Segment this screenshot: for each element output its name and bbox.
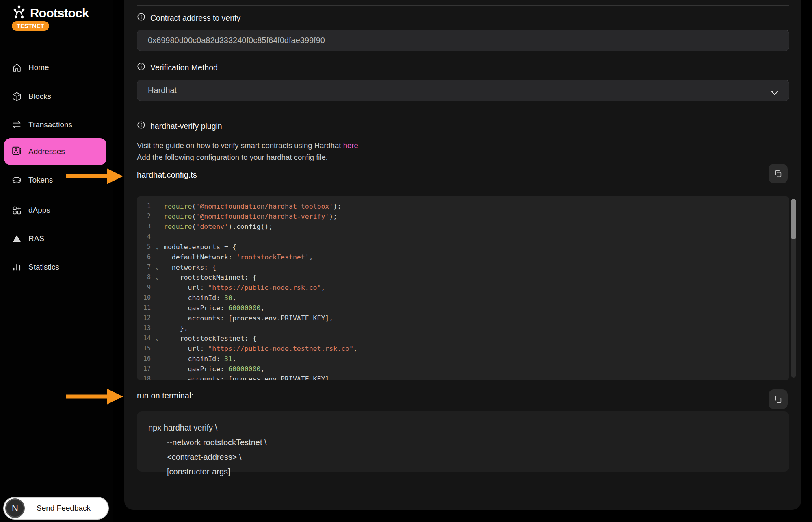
- sidebar-item-statistics[interactable]: Statistics: [11, 257, 59, 277]
- code-line: 9 url: "https://public-node.rsk.co",: [137, 283, 789, 293]
- guide-line-2: Add the following configuration to your …: [137, 152, 358, 163]
- code-text: networks: {: [164, 262, 216, 272]
- guide-line-1: Visit the guide on how to verify smart c…: [137, 140, 358, 152]
- line-number: 15: [137, 344, 151, 354]
- code-line: 1require('@nomicfoundation/hardhat-toolb…: [137, 201, 789, 211]
- sidebar-item-dapps[interactable]: dApps: [11, 200, 50, 220]
- copy-config-button[interactable]: [769, 164, 788, 183]
- terminal-command[interactable]: npx hardhat verify \--network rootstockT…: [137, 411, 789, 472]
- fold-spacer: [151, 374, 164, 380]
- fold-spacer: [151, 293, 164, 303]
- line-number: 8: [137, 272, 151, 283]
- line-number: 13: [137, 323, 151, 333]
- sidebar-item-label: Home: [28, 63, 49, 72]
- code-line: 8⌄ rootstockMainnet: {: [137, 272, 789, 283]
- terminal-line: --network rootstockTestnet \: [148, 435, 789, 450]
- annotation-arrow-terminal: [66, 388, 123, 405]
- code-text: require('@nomicfoundation/hardhat-toolbo…: [164, 201, 341, 211]
- contract-address-input[interactable]: [137, 30, 789, 51]
- fold-spacer: [151, 344, 164, 354]
- sidebar-item-label: Transactions: [28, 120, 72, 129]
- plugin-title: hardhat-verify plugin: [137, 121, 222, 131]
- code-text: accounts: [process.env.PRIVATE_KEY],: [164, 313, 333, 323]
- verification-method-label: Verification Method: [137, 62, 218, 73]
- sidebar-item-label: Statistics: [28, 263, 59, 272]
- code-text: require('dotenv').config();: [164, 222, 273, 232]
- code-line: 13 },: [137, 323, 789, 333]
- contract-address-label: Contract address to verify: [137, 13, 240, 23]
- code-text: rootstockMainnet: {: [164, 272, 256, 283]
- selected-method: Hardhat: [148, 86, 177, 95]
- addresses-icon: [11, 146, 22, 158]
- code-line: 10 chainId: 30,: [137, 293, 789, 303]
- sidebar-item-label: RAS: [28, 234, 44, 243]
- sidebar-item-home[interactable]: Home: [11, 58, 49, 77]
- code-editor[interactable]: 1require('@nomicfoundation/hardhat-toolb…: [137, 196, 789, 380]
- code-line: 17 gasPrice: 60000000,: [137, 364, 789, 374]
- rootstock-logo[interactable]: Rootstock: [11, 5, 89, 22]
- sidebar-item-ras[interactable]: RAS: [11, 229, 44, 248]
- testnet-badge: TESTNET: [12, 21, 49, 31]
- fold-spacer: [151, 211, 164, 222]
- chevron-down-icon: [771, 88, 778, 98]
- code-line: 16 chainId: 31,: [137, 354, 789, 364]
- code-text: defaultNetwork: 'rootstockTestnet',: [164, 252, 313, 262]
- code-text: gasPrice: 60000000,: [164, 364, 264, 374]
- info-icon[interactable]: [137, 13, 145, 23]
- info-icon[interactable]: [137, 121, 145, 131]
- code-line: 18 accounts: [process.env.PRIVATE_KEY],: [137, 374, 789, 380]
- code-text: require('@nomicfoundation/hardhat-verify…: [164, 211, 337, 222]
- sidebar-item-label: Addresses: [28, 147, 65, 156]
- info-icon[interactable]: [137, 62, 145, 73]
- code-scrollbar-track[interactable]: [791, 199, 796, 378]
- dapps-icon: [11, 205, 22, 215]
- line-number: 5: [137, 242, 151, 252]
- section-divider: [137, 5, 789, 6]
- code-text: chainId: 31,: [164, 354, 236, 364]
- code-text: rootstockTestnet: {: [164, 333, 256, 344]
- guide-here-link[interactable]: here: [343, 141, 358, 150]
- feedback-avatar: N: [5, 498, 25, 518]
- code-line: 11 gasPrice: 60000000,: [137, 303, 789, 313]
- code-scrollbar-thumb[interactable]: [791, 199, 796, 239]
- sidebar-item-label: Tokens: [28, 176, 53, 185]
- annotation-arrow-config: [66, 168, 123, 185]
- code-text: accounts: [process.env.PRIVATE_KEY],: [164, 374, 333, 380]
- fold-spacer: [151, 303, 164, 313]
- statistics-icon: [11, 262, 22, 272]
- copy-terminal-button[interactable]: [769, 389, 788, 409]
- line-number: 1: [137, 201, 151, 211]
- fold-chevron-icon[interactable]: ⌄: [151, 242, 164, 252]
- code-text: url: "https://public-node.rsk.co",: [164, 283, 325, 293]
- sidebar-item-tokens[interactable]: Tokens: [11, 170, 53, 190]
- code-line: 14⌄ rootstockTestnet: {: [137, 333, 789, 344]
- line-number: 9: [137, 283, 151, 293]
- code-text: chainId: 30,: [164, 293, 236, 303]
- fold-chevron-icon[interactable]: ⌄: [151, 333, 164, 344]
- sidebar-item-blocks[interactable]: Blocks: [11, 87, 51, 106]
- sidebar-item-addresses[interactable]: Addresses: [4, 138, 106, 165]
- config-filename: hardhat.config.ts: [137, 170, 197, 180]
- verify-contract-panel: Contract address to verify Verification …: [124, 0, 801, 510]
- tokens-icon: [11, 175, 22, 185]
- terminal-line: <contract-address> \: [148, 450, 789, 464]
- fold-chevron-icon[interactable]: ⌄: [151, 272, 164, 283]
- code-text: },: [164, 323, 188, 333]
- line-number: 18: [137, 374, 151, 380]
- line-number: 2: [137, 211, 151, 222]
- code-line: 3require('dotenv').config();: [137, 222, 789, 232]
- send-feedback-button[interactable]: N Send Feedback: [3, 497, 109, 520]
- sidebar-item-transactions[interactable]: Transactions: [11, 115, 72, 135]
- sidebar-item-label: Blocks: [28, 92, 51, 101]
- feedback-label: Send Feedback: [25, 504, 108, 513]
- fold-chevron-icon[interactable]: ⌄: [151, 262, 164, 272]
- brand-name: Rootstock: [30, 6, 89, 21]
- line-number: 10: [137, 293, 151, 303]
- fold-spacer: [151, 354, 164, 364]
- line-number: 11: [137, 303, 151, 313]
- sidebar-item-label: dApps: [28, 206, 50, 215]
- verification-method-select[interactable]: Hardhat: [137, 80, 789, 101]
- home-icon: [11, 63, 22, 73]
- code-line: 5⌄module.exports = {: [137, 242, 789, 252]
- code-line: 7⌄ networks: {: [137, 262, 789, 272]
